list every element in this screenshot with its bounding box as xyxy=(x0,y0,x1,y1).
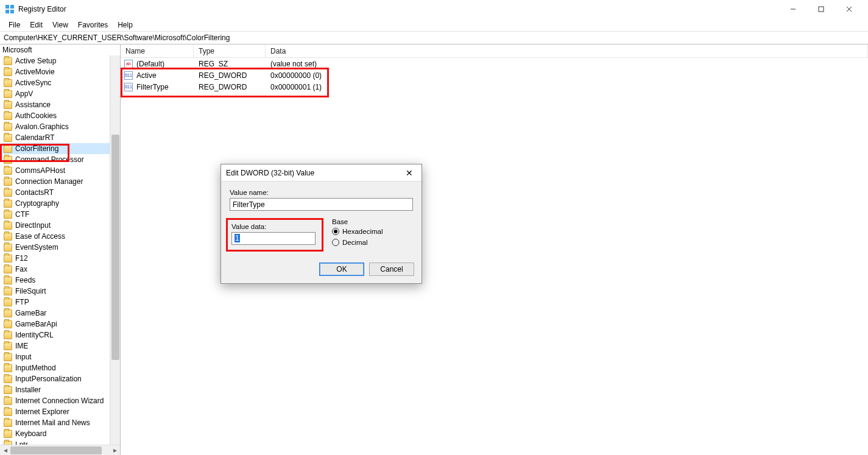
folder-icon xyxy=(4,331,12,339)
tree-item-label: Feeds xyxy=(15,276,35,284)
menu-view[interactable]: View xyxy=(48,19,73,30)
app-icon xyxy=(5,4,15,14)
tree-item[interactable]: GameBarApi xyxy=(2,319,120,330)
column-header-type[interactable]: Type xyxy=(194,44,266,57)
tree-item[interactable]: Internet Explorer xyxy=(2,406,120,417)
tree-item[interactable]: IME xyxy=(2,340,120,351)
scrollbar-thumb[interactable] xyxy=(111,135,119,360)
cancel-button[interactable]: Cancel xyxy=(369,263,414,276)
tree-item[interactable]: Active Setup xyxy=(2,55,120,66)
scrollbar-thumb-h[interactable] xyxy=(10,446,102,454)
folder-icon xyxy=(4,430,12,438)
tree-item-label: IdentityCRL xyxy=(15,331,54,339)
tree-item[interactable]: InputPersonalization xyxy=(2,373,120,384)
reg-string-icon: ab xyxy=(124,60,133,68)
tree-item[interactable]: Fax xyxy=(2,264,120,275)
tree-item[interactable]: Avalon.Graphics xyxy=(2,121,120,132)
tree-item[interactable]: ActiveSync xyxy=(2,77,120,88)
tree-item[interactable]: FileSquirt xyxy=(2,286,120,297)
tree-item-label: Assistance xyxy=(15,101,51,109)
tree-item[interactable]: AppV xyxy=(2,88,120,99)
ok-button[interactable]: OK xyxy=(319,263,364,276)
menu-bar: File Edit View Favorites Help xyxy=(0,18,868,31)
tree-item[interactable]: CalendarRT xyxy=(2,132,120,143)
tree-item[interactable]: Ease of Access xyxy=(2,231,120,242)
tree-item[interactable]: FTP xyxy=(2,297,120,308)
folder-icon xyxy=(4,255,12,263)
value-row[interactable]: ab(Default)REG_SZ(value not set) xyxy=(121,58,868,69)
tree-item[interactable]: InputMethod xyxy=(2,362,120,373)
tree-item[interactable]: AuthCookies xyxy=(2,110,120,121)
tree-item[interactable]: Internet Mail and News xyxy=(2,417,120,428)
svg-rect-3 xyxy=(10,10,14,13)
value-name: Active xyxy=(136,71,157,80)
tree-item-label: Command Processor xyxy=(15,155,84,164)
column-header-data[interactable]: Data xyxy=(266,44,868,57)
tree-item-label: Connection Manager xyxy=(15,177,83,186)
scroll-right-button[interactable]: ▸ xyxy=(110,445,120,456)
folder-icon xyxy=(4,57,12,65)
maximize-button[interactable] xyxy=(807,0,835,18)
value-row[interactable]: 011ActiveREG_DWORD0x00000000 (0) xyxy=(121,69,868,81)
radio-decimal[interactable]: Decimal xyxy=(332,239,413,246)
tree-item[interactable]: Input xyxy=(2,351,120,362)
tree-item[interactable]: ColorFiltering xyxy=(2,143,120,154)
tree-item[interactable]: Lntr xyxy=(2,439,120,445)
tree-item[interactable]: Feeds xyxy=(2,275,120,286)
tree-item-label: Cryptography xyxy=(15,199,59,208)
tree-item[interactable]: ContactsRT xyxy=(2,187,120,198)
menu-favorites[interactable]: Favorites xyxy=(73,19,113,30)
tree-item[interactable]: CommsAPHost xyxy=(2,165,120,176)
tree-item[interactable]: Keyboard xyxy=(2,428,120,439)
value-row[interactable]: 011FilterTypeREG_DWORD0x00000001 (1) xyxy=(121,81,868,93)
folder-icon xyxy=(4,298,12,306)
column-header-name[interactable]: Name xyxy=(121,44,194,57)
tree-item[interactable]: Command Processor xyxy=(2,154,120,165)
tree-root-label[interactable]: Microsoft xyxy=(0,44,120,55)
folder-icon xyxy=(4,233,12,241)
tree-item[interactable]: Internet Connection Wizard xyxy=(2,395,120,406)
tree-item[interactable]: Installer xyxy=(2,384,120,395)
tree-item[interactable]: Assistance xyxy=(2,99,120,110)
tree-item-label: FileSquirt xyxy=(15,287,46,295)
folder-icon xyxy=(4,375,12,383)
folder-icon xyxy=(4,309,12,317)
scroll-left-button[interactable]: ◂ xyxy=(0,445,10,456)
tree-item-label: ColorFiltering xyxy=(15,144,58,153)
tree-item[interactable]: F12 xyxy=(2,253,120,264)
tree-item[interactable]: Connection Manager xyxy=(2,176,120,187)
tree-item[interactable]: ActiveMovie xyxy=(2,66,120,77)
menu-help[interactable]: Help xyxy=(113,19,138,30)
close-button[interactable] xyxy=(835,0,863,18)
tree-item[interactable]: IdentityCRL xyxy=(2,330,120,340)
folder-icon xyxy=(4,287,12,295)
menu-file[interactable]: File xyxy=(4,19,25,30)
folder-icon xyxy=(4,112,12,120)
tree-item-label: InputPersonalization xyxy=(15,375,82,383)
folder-icon xyxy=(4,320,12,328)
value-name: (Default) xyxy=(136,60,164,68)
folder-icon xyxy=(4,101,12,109)
menu-edit[interactable]: Edit xyxy=(25,19,48,30)
dialog-titlebar[interactable]: Edit DWORD (32-bit) Value ✕ xyxy=(221,164,422,182)
tree-horizontal-scrollbar[interactable]: ◂ ▸ xyxy=(0,445,120,455)
tree-item[interactable]: GameBar xyxy=(2,308,120,319)
tree-item[interactable]: Cryptography xyxy=(2,198,120,209)
tree-item[interactable]: CTF xyxy=(2,209,120,220)
minimize-button[interactable] xyxy=(779,0,807,18)
tree-vertical-scrollbar[interactable] xyxy=(110,55,120,445)
value-data-field[interactable]: 1 xyxy=(231,232,316,245)
reg-dword-icon: 011 xyxy=(124,71,133,80)
value-name-field[interactable] xyxy=(230,198,413,211)
tree-item-label: GameBarApi xyxy=(15,320,57,328)
folder-icon xyxy=(4,277,12,284)
tree-list: Active SetupActiveMovieActiveSyncAppVAss… xyxy=(0,55,120,445)
address-bar[interactable]: Computer\HKEY_CURRENT_USER\Software\Micr… xyxy=(0,31,868,44)
value-data: (value not set) xyxy=(266,60,868,68)
tree-item[interactable]: DirectInput xyxy=(2,220,120,231)
folder-icon xyxy=(4,79,12,87)
dialog-close-button[interactable]: ✕ xyxy=(402,167,417,179)
tree-item[interactable]: EventSystem xyxy=(2,242,120,253)
tree-item-label: FTP xyxy=(15,298,29,306)
radio-hexadecimal[interactable]: Hexadecimal xyxy=(332,228,413,235)
